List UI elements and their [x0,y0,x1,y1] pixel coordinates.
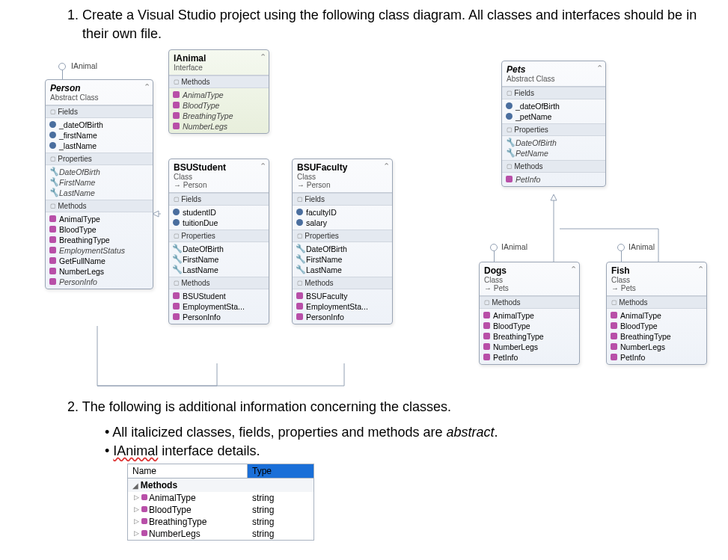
connector-line [62,70,63,79]
member-animaltype: AnimalType [171,90,267,100]
member-employmentsta: EmploymentSta... [171,301,267,312]
method-icon [141,506,147,512]
bullet-list: All italicized classes, fields, properti… [105,423,713,461]
member-dateofbirth: 🔧DateOfBirth [171,244,267,254]
table-header-type: Type [248,464,313,478]
member-petinfo: PetInfo [481,352,578,363]
member-firstname: 🔧FirstName [47,177,151,188]
lollipop-icon [58,63,66,70]
member-salary: salary [294,218,391,228]
question-1-text: 1. Create a Visual Studio project using … [82,6,713,43]
member-numberlegs: NumberLegs [608,342,705,352]
table-row: NumberLegsstring [128,528,313,540]
member-bloodtype: BloodType [171,100,267,111]
class-dogs: DogsClass→ Pets⌃MethodsAnimalTypeBloodTy… [479,262,580,365]
bullet-2-ianimal: IAnimal [113,443,158,458]
class-pets: PetsAbstract Class⌃Fields_dateOfBirth_pe… [501,61,606,187]
member-animaltype: AnimalType [481,310,578,321]
member-personinfo: PersonInfo [171,312,267,322]
member-dateofbirth: 🔧DateOfBirth [47,167,151,177]
lollipop-label: IAnimal [71,61,97,70]
collapse-chevron-icon[interactable]: ⌃ [260,52,266,62]
member-_firstname: _firstName [47,130,151,141]
method-icon [141,494,147,500]
member-employmentsta: EmploymentSta... [294,301,391,312]
member-breathingtype: BreathingType [171,111,267,121]
connector-line [494,251,495,262]
collapse-chevron-icon[interactable]: ⌃ [596,64,603,73]
lollipop-icon [617,244,625,251]
bullet-1-text: All italicized classes, fields, properti… [112,425,446,440]
class-fish: FishClass→ Pets⌃MethodsAnimalTypeBloodTy… [606,262,707,365]
member-_petname: _petName [504,111,604,122]
member-lastname: 🔧LastName [47,188,151,198]
member-_dateofbirth: _dateOfBirth [504,101,604,111]
class-bsufaculty: BSUFacultyClass→ Person⌃FieldsfacultyIDs… [292,159,393,324]
member-lastname: 🔧LastName [171,265,267,275]
table-header-name: Name [128,464,248,478]
collapse-chevron-icon[interactable]: ⌃ [570,265,577,274]
member-employmentstatus: EmploymentStatus [47,245,151,256]
member-petinfo: PetInfo [504,174,604,185]
member-bsufaculty: BSUFaculty [294,291,391,301]
collapse-chevron-icon[interactable]: ⌃ [697,265,704,274]
member-petinfo: PetInfo [608,352,705,363]
lollipop-label: IAnimal [628,242,655,251]
member-getfullname: GetFullName [47,256,151,266]
collapse-chevron-icon[interactable]: ⌃ [260,161,266,171]
member-_dateofbirth: _dateOfBirth [47,120,151,130]
table-row: AnimalTypestring [128,492,313,504]
member-_lastname: _lastName [47,141,151,151]
bullet-1: All italicized classes, fields, properti… [105,423,713,442]
member-bloodtype: BloodType [608,321,705,331]
lollipop-label: IAnimal [501,242,527,251]
member-petname: 🔧PetName [504,148,604,159]
member-numberlegs: NumberLegs [47,266,151,277]
member-numberlegs: NumberLegs [481,342,578,352]
member-bloodtype: BloodType [47,224,151,235]
class-bsustudent: BSUStudentClass→ Person⌃FieldsstudentIDt… [168,159,269,324]
question-2-text: 2. The following is additional informati… [82,398,713,416]
ianimal-detail-table: Name Type Methods AnimalTypestringBloodT… [127,464,314,541]
member-numberlegs: NumberLegs [171,121,267,132]
class-diagram: IAnimalInterface⌃MethodsAnimalTypeBloodT… [15,49,711,393]
member-bsustudent: BSUStudent [171,291,267,301]
class-person: PersonAbstract Class⌃Fields_dateOfBirth_… [45,79,153,289]
member-dateofbirth: 🔧DateOfBirth [294,244,391,254]
connector-line [621,251,622,262]
table-group-methods: Methods [128,479,313,492]
class-ianimal: IAnimalInterface⌃MethodsAnimalTypeBloodT… [168,49,269,134]
member-personinfo: PersonInfo [294,312,391,322]
member-firstname: 🔧FirstName [171,254,267,265]
member-dateofbirth: 🔧DateOfBirth [504,138,604,148]
member-breathingtype: BreathingType [47,235,151,245]
member-tuitiondue: tuitionDue [171,218,267,228]
table-row: BloodTypestring [128,504,313,516]
member-personinfo: PersonInfo [47,277,151,287]
bullet-1-italic: abstract [447,425,495,440]
member-lastname: 🔧LastName [294,265,391,275]
member-animaltype: AnimalType [47,214,151,224]
bullet-2: IAnimal interface details. [105,442,713,461]
method-icon [141,518,147,524]
member-facultyid: facultyID [294,207,391,218]
collapse-chevron-icon[interactable]: ⌃ [144,82,150,92]
member-firstname: 🔧FirstName [294,254,391,265]
member-bloodtype: BloodType [481,321,578,331]
table-row: BreathingTypestring [128,516,313,528]
member-animaltype: AnimalType [608,310,705,321]
member-breathingtype: BreathingType [481,331,578,342]
method-icon [141,530,147,536]
member-breathingtype: BreathingType [608,331,705,342]
collapse-chevron-icon[interactable]: ⌃ [383,161,390,171]
member-studentid: studentID [171,207,267,218]
lollipop-icon [490,244,498,251]
